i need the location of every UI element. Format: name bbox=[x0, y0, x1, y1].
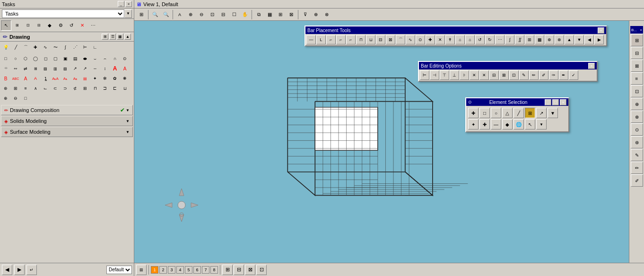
view-grid-btn[interactable]: ⊞ bbox=[102, 34, 108, 40]
tool-r5[interactable]: ▢ bbox=[51, 54, 60, 63]
tool-sp4[interactable]: ⊂ bbox=[51, 84, 60, 93]
beo-btn7[interactable]: ✕ bbox=[479, 70, 489, 80]
page-7-btn[interactable]: 7 bbox=[202, 266, 209, 274]
es-btn-triangle[interactable]: △ bbox=[502, 108, 513, 118]
tool-arc[interactable]: ⌒ bbox=[21, 43, 30, 52]
tool-textABC[interactable]: ABC bbox=[11, 74, 20, 83]
bpt-btn24[interactable]: ▩ bbox=[535, 35, 544, 44]
tool-arrow2[interactable]: ↗ bbox=[80, 64, 90, 73]
tool-ellipse[interactable]: ⬬ bbox=[80, 54, 90, 63]
mt-btn1[interactable]: ⊞ bbox=[136, 9, 147, 20]
vbt-btn4[interactable]: ⊠ bbox=[245, 265, 255, 275]
bpt-btn22[interactable]: ∬ bbox=[515, 35, 524, 44]
tool-fr4[interactable]: ⊏ bbox=[110, 84, 120, 93]
es-btn-cursor[interactable]: ↖ bbox=[525, 119, 535, 129]
beo-btn1[interactable]: ⊢ bbox=[420, 70, 429, 80]
mt-btn6[interactable]: ⊡ bbox=[207, 9, 218, 20]
bpt-btn18[interactable]: ↺ bbox=[475, 35, 485, 44]
mt-btn15[interactable]: ⊕ bbox=[311, 9, 321, 20]
tool-fr8[interactable]: □ bbox=[21, 94, 30, 103]
rs-btn1[interactable]: ⊞ bbox=[631, 34, 643, 46]
bpt-btn15[interactable]: ✝ bbox=[445, 35, 455, 44]
mt-btn9[interactable]: ✋ bbox=[240, 9, 250, 20]
mt-zoom2[interactable]: 🔍 bbox=[161, 9, 171, 20]
solids-modeling-category[interactable]: ◈ Solids Modeling ▼ bbox=[1, 116, 133, 126]
mt-btn5[interactable]: ⊖ bbox=[196, 9, 207, 20]
mt-btn14[interactable]: ⊽ bbox=[300, 9, 310, 20]
es-btn-circle[interactable]: ○ bbox=[491, 108, 501, 118]
select-tool-btn[interactable]: ↖ bbox=[1, 20, 11, 31]
elem-sel-header[interactable]: ⊙ Element Selection _ □ × bbox=[466, 98, 568, 106]
tool-fill[interactable]: ▧ bbox=[61, 64, 70, 73]
es-min[interactable]: _ bbox=[545, 99, 551, 105]
tool-detail[interactable]: ⊛ bbox=[1, 84, 10, 93]
bpt-btn6[interactable]: ⊓ bbox=[356, 35, 366, 44]
bpt-btn7[interactable]: ⊔ bbox=[366, 35, 375, 44]
tool-hash[interactable]: ⊞ bbox=[31, 64, 40, 73]
bpt-btn21[interactable]: ∫ bbox=[505, 35, 514, 44]
tool-textA4[interactable]: A bbox=[31, 74, 40, 83]
home-btn[interactable]: ↵ bbox=[26, 265, 37, 275]
tool-wave2[interactable]: 〜 bbox=[51, 43, 60, 52]
beo-btn9[interactable]: ⊠ bbox=[499, 70, 509, 80]
tool-sp5[interactable]: ⊃ bbox=[61, 84, 70, 93]
tool-angle[interactable]: ∟ bbox=[90, 43, 100, 52]
tool-bump[interactable]: ∩ bbox=[110, 54, 120, 63]
es-btn-minus[interactable]: — bbox=[491, 119, 501, 129]
tool-star[interactable]: ✦ bbox=[90, 74, 100, 83]
bpt-btn16[interactable]: ⌂ bbox=[455, 35, 465, 44]
bpt-btn4[interactable]: ⌐ bbox=[336, 35, 346, 44]
tool-Ai[interactable]: A₁ bbox=[61, 74, 70, 83]
mt-btn10[interactable]: ⧉ bbox=[253, 9, 264, 20]
mt-btn7[interactable]: ⊟ bbox=[218, 9, 228, 20]
tool-spiral[interactable]: ⊙ bbox=[120, 54, 130, 63]
tool-r4[interactable]: ◻ bbox=[41, 54, 50, 63]
bar-editing-header[interactable]: Bar Editing Options × bbox=[419, 62, 597, 69]
bpt-btn30[interactable]: ▶ bbox=[594, 35, 604, 44]
tool-zigzag[interactable]: ⋰ bbox=[70, 43, 80, 52]
tool-table[interactable]: ⊞ bbox=[11, 84, 20, 93]
tool-circle[interactable]: ◯ bbox=[31, 54, 40, 63]
view-list-btn[interactable]: ☰ bbox=[109, 34, 116, 40]
tool-fr1[interactable]: ⊞ bbox=[80, 84, 90, 93]
tool-3[interactable]: ⊡ bbox=[23, 20, 33, 31]
forward-btn[interactable]: ▶ bbox=[14, 265, 25, 275]
tasks-close-btn[interactable]: × bbox=[125, 1, 132, 7]
tool-r7[interactable]: ▤ bbox=[70, 54, 80, 63]
surface-modeling-category[interactable]: ◈ Surface Modeling ▼ bbox=[1, 127, 133, 137]
bpt-btn27[interactable]: ▲ bbox=[565, 35, 574, 44]
drawing-composition-category[interactable]: ✏ Drawing Composition ✔ ▼ bbox=[1, 105, 133, 115]
tool-fr6[interactable]: ⊕ bbox=[1, 94, 10, 103]
rs-btn9[interactable]: ⊛ bbox=[631, 136, 643, 148]
tasks-select-arrow[interactable]: ▼ bbox=[124, 9, 132, 18]
canvas-area[interactable]: Bar Placement Tools × — L ⌐ ⌐ ⌐ ⊓ bbox=[134, 21, 629, 263]
beo-btn14[interactable]: ✑ bbox=[549, 70, 558, 80]
rs-btn6[interactable]: ⊕ bbox=[631, 98, 643, 110]
es-close[interactable]: × bbox=[560, 99, 566, 105]
page-2-btn[interactable]: 2 bbox=[159, 266, 167, 274]
bar-placement-tools-header[interactable]: Bar Placement Tools × bbox=[305, 26, 606, 34]
mt-btn8[interactable]: ☐ bbox=[229, 9, 239, 20]
es-btn-line[interactable]: ╱ bbox=[513, 108, 524, 118]
tool-sp2[interactable]: ∧ bbox=[31, 84, 40, 93]
tool-parabola[interactable]: ⌢ bbox=[100, 54, 110, 63]
page-4-btn[interactable]: 4 bbox=[176, 266, 184, 274]
tool-textnum[interactable]: 1̲ bbox=[41, 74, 50, 83]
beo-btn2[interactable]: ⊣ bbox=[430, 70, 439, 80]
tool-textA[interactable]: A bbox=[110, 64, 120, 73]
bpt-btn12[interactable]: ⊙ bbox=[416, 35, 425, 44]
drawing-section-header[interactable]: ✏ Drawing ⊞ ☰ ▦ ▲ bbox=[0, 32, 134, 42]
bpt-btn20[interactable]: ⋯ bbox=[495, 35, 505, 44]
mt-btn3[interactable]: A bbox=[174, 9, 185, 20]
tool-hex[interactable]: ⬡ bbox=[21, 54, 30, 63]
vbt-btn3[interactable]: ⊟ bbox=[234, 265, 244, 275]
mt-btn16[interactable]: ⊗ bbox=[322, 9, 332, 20]
bpt-btn26[interactable]: ⊗ bbox=[555, 35, 564, 44]
rs-btn7[interactable]: ⊗ bbox=[631, 111, 643, 123]
es-btn-highlighted[interactable]: ⊞ bbox=[525, 108, 535, 118]
tool-Ai2[interactable]: A₂ bbox=[70, 74, 80, 83]
vbt-btn5[interactable]: ⊡ bbox=[256, 265, 267, 275]
rs-btn12[interactable]: ✐ bbox=[631, 174, 643, 187]
es-btn-plus2[interactable]: ✚ bbox=[479, 119, 490, 129]
tool-r6[interactable]: ▣ bbox=[61, 54, 70, 63]
